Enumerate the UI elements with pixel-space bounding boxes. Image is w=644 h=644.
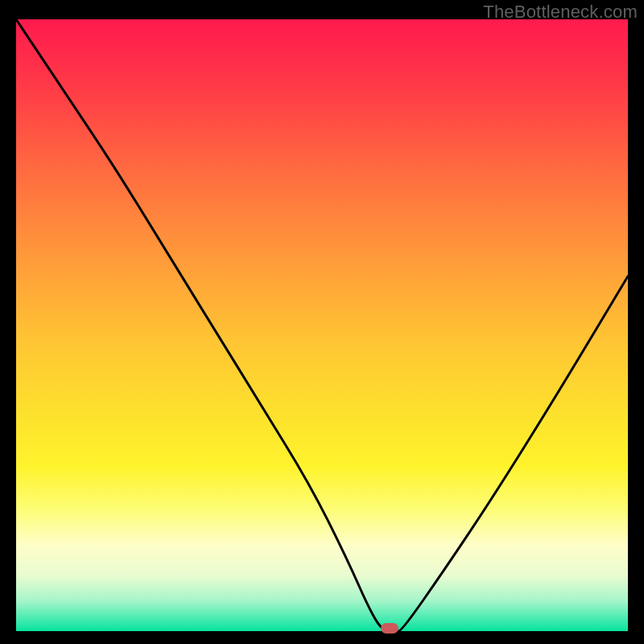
optimal-point-marker bbox=[381, 623, 398, 634]
chart-plot-area bbox=[16, 19, 628, 631]
bottleneck-curve bbox=[16, 19, 628, 631]
